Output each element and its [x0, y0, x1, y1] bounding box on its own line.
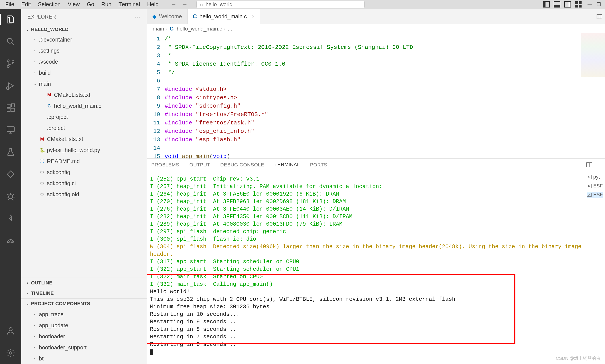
activity-espressif-1[interactable]: [0, 167, 21, 181]
tree-file[interactable]: MCMakeLists.txt: [21, 133, 147, 144]
terminal-icon: >: [587, 193, 592, 197]
component-item[interactable]: ›bt: [21, 353, 147, 364]
terminal[interactable]: I (252) cpu_start: Chip rev: v3.1I (257)…: [147, 171, 585, 364]
tree-folder[interactable]: ›.devcontainer: [21, 34, 147, 45]
terminal-name: ESF: [593, 183, 603, 189]
tree-folder[interactable]: ›build: [21, 67, 147, 78]
activity-accounts[interactable]: [0, 324, 21, 338]
project-components-section[interactable]: ⌄ PROJECT COMPONENTS: [21, 298, 147, 309]
activity-testing[interactable]: [0, 145, 21, 159]
tree-file[interactable]: .cproject: [21, 111, 147, 122]
component-item[interactable]: ›app_trace: [21, 309, 147, 320]
toggle-primary-sidebar-icon[interactable]: [543, 1, 550, 8]
tree-file[interactable]: ⚙sdkconfig: [21, 167, 147, 178]
menu-terminal[interactable]: Terminal: [115, 1, 144, 8]
workspace-section[interactable]: ⌄ HELLO_WORLD: [21, 25, 147, 34]
tab-file[interactable]: C hello_world_main.c ×: [188, 9, 260, 24]
minimap[interactable]: [581, 33, 605, 77]
menu-go[interactable]: Go: [83, 1, 97, 8]
terminal-instance[interactable]: ⚙ESF: [587, 183, 603, 189]
breadcrumb-file[interactable]: hello_world_main.c: [177, 26, 222, 32]
activity-extensions[interactable]: [0, 101, 21, 115]
command-center[interactable]: ⌕ hello_world: [196, 1, 364, 8]
close-tab-icon[interactable]: ×: [252, 14, 255, 19]
breadcrumb[interactable]: main › C hello_world_main.c › ...: [147, 24, 605, 33]
outline-section[interactable]: › OUTLINE: [21, 278, 147, 288]
terminal-line: Restarting in 8 seconds...: [150, 326, 581, 333]
code-editor[interactable]: 123456789101112131415 /* * SPDX-FileCopy…: [147, 33, 605, 158]
terminal-line: Hello world!: [150, 288, 581, 296]
terminal-line: I (322) app_start: Starting scheduler on…: [150, 266, 581, 273]
menu-edit[interactable]: Edit: [18, 1, 34, 8]
window-maximize-icon[interactable]: ☐: [594, 1, 603, 7]
activity-espressif-4[interactable]: [0, 233, 21, 247]
menu-file[interactable]: File: [2, 1, 18, 8]
terminal-line: I (264) heap_init: At 3FFAE6E0 len 00001…: [150, 191, 581, 198]
editor-tabs: ◆ Welcome C hello_world_main.c ×: [147, 9, 605, 24]
customize-layout-icon[interactable]: [575, 1, 581, 8]
component-item[interactable]: ›app_update: [21, 320, 147, 331]
panel-tab-ports[interactable]: PORTS: [309, 159, 328, 171]
tree-file[interactable]: ⚙sdkconfig.old: [21, 189, 147, 200]
tree-file[interactable]: .project: [21, 122, 147, 133]
window-minimize-icon[interactable]: —: [586, 1, 594, 7]
split-editor-icon[interactable]: [597, 14, 602, 19]
tree-label: README.md: [47, 157, 80, 166]
terminal-instance[interactable]: >ESF: [587, 192, 603, 198]
menu-view[interactable]: View: [64, 1, 83, 8]
menu-run[interactable]: Run: [98, 1, 115, 8]
tree-folder[interactable]: ⌄main: [21, 78, 147, 89]
panel-tab-terminal[interactable]: TERMINAL: [274, 159, 300, 171]
nav-back-icon[interactable]: ←: [171, 1, 176, 8]
tree-label: .vscode: [39, 57, 58, 66]
toggle-panel-icon[interactable]: [554, 1, 560, 8]
activity-run-debug[interactable]: [0, 79, 21, 93]
panel-tab-debug[interactable]: DEBUG CONSOLE: [220, 159, 265, 171]
rainbow-icon: [6, 236, 15, 245]
svg-rect-10: [7, 127, 14, 131]
chevron-right-icon: ›: [25, 281, 30, 285]
svg-point-4: [12, 61, 14, 63]
menu-selection[interactable]: Selection: [34, 1, 64, 8]
activity-explorer[interactable]: [0, 12, 21, 26]
activity-settings[interactable]: [0, 346, 21, 360]
activity-search[interactable]: [0, 35, 21, 49]
toggle-secondary-sidebar-icon[interactable]: [564, 1, 571, 8]
component-item[interactable]: ›bootloader_support: [21, 342, 147, 353]
component-item[interactable]: ›bootloader: [21, 331, 147, 342]
tree-folder[interactable]: ›.settings: [21, 45, 147, 56]
nav-forward-icon[interactable]: →: [182, 1, 188, 8]
terminal-instance[interactable]: >pyt: [587, 174, 603, 180]
sidebar-more-icon[interactable]: ⋯: [134, 13, 141, 21]
panel-layout-icon[interactable]: [586, 162, 592, 167]
svg-point-3: [7, 65, 9, 67]
timeline-section[interactable]: › TIMELINE: [21, 288, 147, 298]
tree-folder[interactable]: ›.vscode: [21, 56, 147, 67]
tree-file[interactable]: 🐍pytest_hello_world.py: [21, 144, 147, 156]
terminal-name: ESF: [593, 192, 603, 198]
cmake-file-icon: M: [46, 91, 52, 98]
tree-file[interactable]: MCMakeLists.txt: [21, 89, 147, 100]
terminal-line: I (297) spi_flash: detected chip: generi…: [150, 228, 581, 236]
activity-source-control[interactable]: [0, 57, 21, 71]
branch-icon: [6, 59, 15, 68]
terminal-line: I (289) heap_init: At 4008C030 len 00013…: [150, 221, 581, 228]
activity-remote[interactable]: [0, 123, 21, 137]
terminal-line: Restarting in 6 seconds...: [150, 341, 581, 348]
compass-icon: [6, 213, 15, 223]
breadcrumb-more[interactable]: ...: [228, 26, 232, 32]
search-icon: [6, 37, 15, 46]
menu-help[interactable]: Help: [144, 1, 162, 8]
svg-rect-8: [11, 108, 14, 112]
tree-file[interactable]: ⚙sdkconfig.ci: [21, 178, 147, 189]
cmake-file-icon: M: [39, 135, 45, 143]
tree-file[interactable]: Chello_world_main.c: [21, 100, 147, 111]
activity-espressif-3[interactable]: [0, 211, 21, 225]
panel-more-icon[interactable]: ⋯: [596, 162, 601, 168]
panel-tab-problems[interactable]: PROBLEMS: [151, 159, 180, 171]
breadcrumb-folder[interactable]: main: [153, 26, 164, 32]
panel-tab-output[interactable]: OUTPUT: [189, 159, 210, 171]
tab-welcome[interactable]: ◆ Welcome: [147, 9, 188, 24]
activity-espressif-2[interactable]: [0, 189, 21, 203]
tree-file[interactable]: ⓘREADME.md: [21, 156, 147, 167]
